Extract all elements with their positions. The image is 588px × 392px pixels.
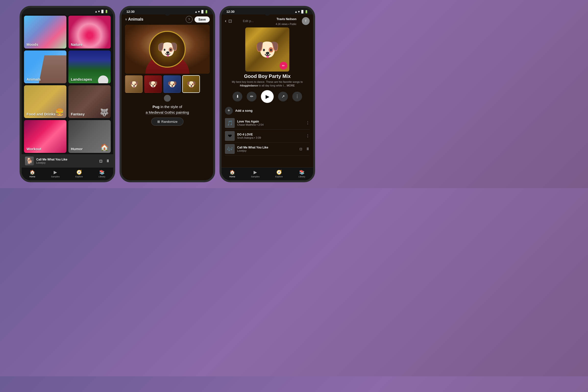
song-title-1: Love You Again — [237, 120, 303, 123]
song-more-2[interactable]: ⋮ — [306, 134, 310, 138]
song-title-3: Call Me What You Like — [237, 146, 297, 149]
status-icons-2: ▲▼ ▉ 🔋 — [194, 10, 208, 14]
pause-icon-1[interactable]: ⏸ — [106, 159, 110, 163]
nav-samples-1[interactable]: ▶ Samples — [51, 170, 60, 178]
category-landscapes[interactable]: Landscapes — [68, 50, 111, 83]
status-icons-1: ▲▼ ▉ 🔋 — [94, 10, 108, 13]
notch-3 — [264, 9, 270, 16]
library-label-3: Library — [298, 176, 305, 178]
workout-label: Workout — [26, 147, 42, 151]
nav-home-3[interactable]: 🏠 Home — [229, 170, 235, 178]
bottom-nav-1: 🏠 Home ▶ Samples 🧭 Explore 📚 Library — [22, 167, 113, 180]
samples-label-1: Samples — [51, 176, 60, 178]
ai-thumb-2[interactable]: 🐶 — [144, 75, 162, 93]
nav-library-1[interactable]: 📚 Library — [98, 170, 105, 178]
edit-button[interactable]: Edit p... — [234, 19, 263, 23]
more-button[interactable]: MORE — [287, 84, 295, 87]
thumb-inner-2: 🐶 — [144, 76, 161, 92]
randomize-button[interactable]: ⊞ Randomize — [151, 118, 184, 126]
explore-label-3: Explore — [276, 176, 283, 178]
humor-label: Humor — [71, 147, 82, 151]
edit-playlist-button[interactable]: ✏ — [247, 92, 256, 102]
cast-icon-3[interactable]: ⊡ — [228, 18, 232, 24]
caption-style: a Medieval Gothic painting — [146, 110, 189, 115]
landscapes-circle — [98, 76, 108, 83]
wifi-icon-3: ▲▼ — [294, 10, 300, 14]
download-button[interactable]: ⬇ — [232, 92, 242, 102]
mini-thumb-art-1: 🐕 — [26, 158, 33, 164]
ai-main-image: 🐶 — [125, 25, 210, 74]
nav-library-3[interactable]: 📚 Library — [298, 170, 305, 178]
category-workout[interactable]: Workout — [24, 120, 66, 153]
edit-art-fab[interactable]: ✏ — [280, 62, 288, 70]
ai-thumb-3[interactable]: 🐶 — [163, 75, 181, 93]
caption-subject: Pug — [153, 104, 160, 109]
ai-thumb-4[interactable]: 🐶 — [182, 75, 200, 93]
nav-explore-3[interactable]: 🧭 Explore — [276, 170, 283, 178]
share-icon: ↗ — [282, 94, 285, 99]
user-name: Travis Neilson — [276, 18, 296, 21]
fantasy-label: Fantasy — [71, 112, 85, 116]
download-icon: ⬇ — [236, 94, 239, 99]
song-info-1: Love You Again Chase Matthew • 2:54 — [237, 120, 303, 126]
food-label: Food and Drinks — [26, 112, 55, 116]
album-pug-emoji: 🐶 — [255, 38, 280, 61]
back-button[interactable]: ‹ — [225, 18, 226, 24]
mini-artist-1: Lovejoy — [36, 161, 97, 164]
song-item-1: 🎵 Love You Again Chase Matthew • 2:54 ⋮ — [225, 116, 310, 130]
song-cast-3[interactable]: ⊡ — [300, 147, 302, 151]
battery-icon: 🔋 — [104, 10, 108, 13]
status-icons-3: ▲▼ ▉ 🔋 — [294, 10, 308, 14]
category-moods[interactable]: Moods — [24, 16, 66, 48]
save-button[interactable]: Save — [194, 16, 210, 22]
mini-actions-1: ⊡ ⏸ — [99, 159, 110, 164]
share-button[interactable]: ↗ — [278, 92, 288, 102]
battery-icon-3: 🔋 — [304, 10, 308, 14]
thumb-inner-3: 🐶 — [164, 76, 180, 92]
bottom-nav-3: 🏠 Home ▶ Samples 🧭 Explore 📚 Library — [222, 167, 313, 180]
playlist-header: ‹ ⊡ Edit p... Travis Neilson 4.1K views … — [222, 14, 313, 26]
song-meta-2: Snoh Aalegra • 3:09 — [237, 136, 303, 139]
song-art-3: 🎶 — [227, 146, 233, 152]
phone-browse: ▲▼ ▉ 🔋 Moods Nature Animals Landscapes F… — [20, 6, 115, 182]
play-icon: ▶ — [266, 94, 269, 100]
category-fantasy[interactable]: Fantasy — [68, 85, 111, 118]
ai-caption: Pug in the style of a Medieval Gothic pa… — [122, 103, 213, 118]
category-grid: Moods Nature Animals Landscapes Food and… — [22, 14, 113, 154]
song-meta-3: Lovejoy — [237, 149, 297, 152]
song-more-3[interactable]: ⏸ — [306, 147, 310, 151]
song-thumb-1: 🎵 — [225, 118, 235, 128]
playlist-screen: ‹ ⊡ Edit p... Travis Neilson 4.1K views … — [222, 14, 313, 180]
add-song-row[interactable]: + Add a song — [222, 105, 313, 116]
user-info: Travis Neilson 4.1K views • Public — [264, 16, 300, 26]
category-animals[interactable]: Animals — [24, 50, 66, 83]
nav-home-1[interactable]: 🏠 Home — [30, 170, 35, 178]
caption-pre-style: in the style of — [160, 104, 182, 109]
cast-icon-1[interactable]: ⊡ — [99, 159, 102, 164]
randomize-label: Randomize — [162, 120, 178, 124]
category-nature[interactable]: Nature — [68, 16, 111, 48]
play-button[interactable]: ▶ — [261, 90, 274, 103]
nature-label: Nature — [71, 42, 82, 46]
library-icon-1: 📚 — [99, 170, 104, 175]
notch-2 — [164, 9, 170, 16]
song-more-1[interactable]: ⋮ — [306, 120, 310, 125]
edit-icon: ✏ — [250, 94, 253, 99]
status-bar-3: 12:30 ▲▼ ▉ 🔋 — [222, 8, 313, 14]
signal-icon-2: ▉ — [202, 10, 204, 14]
nav-explore-1[interactable]: 🧭 Explore — [76, 170, 83, 178]
pug-face-emoji: 🐶 — [157, 41, 178, 58]
browse-screen: Moods Nature Animals Landscapes Food and… — [22, 14, 113, 180]
more-options-button[interactable]: ⋮ — [292, 92, 302, 102]
thumb-inner-1: 🐶 — [126, 76, 142, 92]
status-bar-2: 12:30 ▲▼ ▉ 🔋 — [122, 8, 213, 14]
category-humor[interactable]: Humor — [68, 120, 111, 153]
category-food[interactable]: Food and Drinks — [24, 85, 66, 118]
nav-samples-3[interactable]: ▶ Samples — [251, 170, 260, 178]
scroll-indicator — [122, 94, 213, 103]
help-button[interactable]: ? — [186, 16, 192, 23]
song-item-2: ❤ DO 4 LOVE Snoh Aalegra • 3:09 ⋮ — [225, 130, 310, 142]
ai-thumb-1[interactable]: 🐶 — [125, 75, 142, 93]
song-item-3: 🎶 Call Me What You Like Lovejoy ⊡ ⏸ — [225, 142, 310, 156]
ai-category: ∨ Animals — [125, 17, 143, 22]
